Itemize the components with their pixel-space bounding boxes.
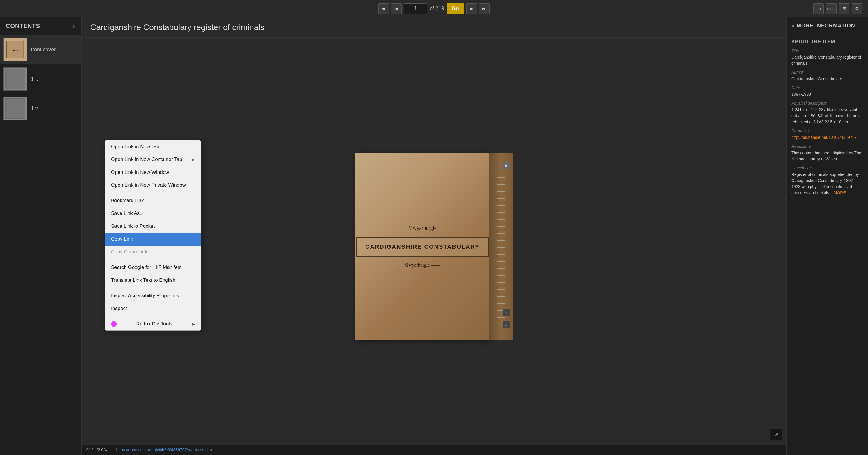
- context-menu: Open Link in New Tab Open Link in New Co…: [105, 140, 201, 331]
- ctx-translate-link[interactable]: Translate Link Text to English: [105, 274, 201, 287]
- thumb-1r: [3, 67, 27, 91]
- ctx-copy-clean-link: Copy Clean Link: [105, 246, 201, 258]
- go-button[interactable]: Go: [446, 3, 464, 14]
- book-main-page: Mwyarburgle CARDIGANSHIRE CONSTABULARY M…: [355, 153, 489, 340]
- nav-last-button[interactable]: ⏭: [479, 3, 490, 14]
- page-title: Cardiganshire Constabulary register of c…: [90, 23, 778, 32]
- book-label-text: CARDIGANSHIRE CONSTABULARY: [365, 244, 479, 250]
- physical-desc-label: Physical description: [792, 101, 863, 106]
- sidebar-collapse-button[interactable]: «: [72, 23, 75, 29]
- status-bar: 0/k/iiif/2.0/4... https://damscolc.org.u…: [82, 445, 786, 455]
- svg-rect-4: [5, 69, 25, 89]
- sidebar-item-1v[interactable]: 1 v.: [0, 94, 81, 123]
- ctx-inspect-accessibility[interactable]: Inspect Accessibility Properties: [105, 289, 201, 302]
- sidebar-item-1r[interactable]: 1 r.: [0, 64, 81, 94]
- book-container: Mwyarburgle CARDIGANSHIRE CONSTABULARY M…: [355, 44, 513, 449]
- title-field-value: Cardiganshire Constabulary register of c…: [792, 54, 863, 66]
- view-single-button[interactable]: ▭: [813, 3, 824, 14]
- spine-ruler: [497, 174, 505, 319]
- sidebar-item-front-cover[interactable]: CARD. front cover: [0, 35, 81, 64]
- ctx-redux-devtools[interactable]: Redux DevTools ▶: [105, 318, 201, 331]
- author-field-value: Cardiganshire Constabulary: [792, 76, 863, 82]
- about-section: ABOUT THE ITEM Title Cardiganshire Const…: [787, 34, 868, 204]
- sidebar: CONTENTS « CARD. front cover: [0, 18, 82, 455]
- right-panel-title: MORE INFORMATION: [797, 23, 855, 29]
- ctx-arrow-redux: ▶: [192, 322, 195, 326]
- right-panel-header: » MORE INFORMATION: [787, 18, 868, 34]
- status-url-full: https://damscolc.org.uk/iiif/2.0/4389767…: [116, 448, 212, 452]
- main-content: Cardiganshire Constabulary register of c…: [82, 18, 786, 455]
- date-field-value: 1897-1933: [792, 91, 863, 97]
- view-grid-button[interactable]: ⊞: [839, 3, 849, 14]
- permalink-label: Permalink: [792, 129, 863, 133]
- status-url-prefix: 0/k/iiif/2.0/4...: [86, 448, 110, 452]
- thumb-label-front-cover: front cover: [31, 47, 56, 53]
- book-label-box: CARDIGANSHIRE CONSTABULARY: [356, 237, 489, 257]
- physical-desc-value: 1 241ff. (ff.116-237 blank; leaves cut o…: [792, 107, 863, 125]
- more-link[interactable]: MORE: [834, 191, 846, 195]
- permalink-value[interactable]: http://hdl.handle.net/10107/4389767: [792, 135, 863, 141]
- thumb-label-1v: 1 v.: [31, 106, 39, 112]
- sidebar-items: CARD. front cover 1 r.: [0, 35, 81, 455]
- right-panel-arrow-icon: »: [792, 23, 794, 29]
- ctx-save-link-as[interactable]: Save Link As...: [105, 207, 201, 220]
- right-panel: » MORE INFORMATION ABOUT THE ITEM Title …: [786, 18, 868, 455]
- thumb-label-1r: 1 r.: [31, 76, 38, 82]
- toolbar-right: ▭ ▭▭ ⊞ ⚙: [813, 3, 862, 14]
- svg-text:CARD.: CARD.: [12, 49, 19, 52]
- repository-value: This content has been digitised by The N…: [792, 150, 863, 162]
- about-section-title: ABOUT THE ITEM: [792, 39, 863, 44]
- title-field-label: Title: [792, 49, 863, 53]
- thumb-1v: [3, 97, 27, 120]
- ctx-separator-4: [105, 316, 201, 316]
- view-double-button[interactable]: ▭▭: [826, 3, 837, 14]
- author-field-label: Author: [792, 70, 863, 75]
- date-field-label: Date: [792, 85, 863, 90]
- ctx-arrow-container: ▶: [192, 157, 195, 162]
- repository-label: Repository: [792, 144, 863, 149]
- page-input[interactable]: 1: [404, 3, 427, 14]
- description-value: Register of criminals apprehended by Car…: [792, 171, 863, 196]
- page-title-bar: Cardiganshire Constabulary register of c…: [82, 18, 786, 38]
- ctx-inspect[interactable]: Inspect: [105, 302, 201, 315]
- redux-devtools-icon: [111, 321, 117, 327]
- nav-controls: ⏮ ◀ 1 of 219 Go ▶ ⏭: [378, 3, 490, 14]
- ctx-open-new-tab[interactable]: Open Link in New Tab: [105, 140, 201, 153]
- book-page-inner: Mwyarburgle CARDIGANSHIRE CONSTABULARY M…: [355, 153, 489, 340]
- ctx-open-container-tab[interactable]: Open Link in New Container Tab ▶: [105, 153, 201, 166]
- ctx-bookmark-link[interactable]: Bookmark Link...: [105, 194, 201, 207]
- ctx-open-new-window[interactable]: Open Link in New Window: [105, 166, 201, 179]
- top-toolbar: ⏮ ◀ 1 of 219 Go ▶ ⏭ ▭ ▭▭ ⊞ ⚙: [0, 0, 868, 18]
- permalink-link[interactable]: http://hdl.handle.net/10107/4389767: [792, 135, 857, 140]
- thumb-front-cover: CARD.: [3, 38, 27, 61]
- ctx-open-private-window[interactable]: Open Link in New Private Window: [105, 179, 201, 192]
- ctx-search-google[interactable]: Search Google for "IIIF Manifest": [105, 261, 201, 274]
- total-pages-label: of 219: [430, 5, 444, 12]
- sidebar-title: CONTENTS: [6, 23, 40, 29]
- nav-first-button[interactable]: ⏮: [378, 3, 389, 14]
- nav-prev-button[interactable]: ◀: [391, 3, 402, 14]
- ctx-copy-link[interactable]: Copy Link: [105, 233, 201, 246]
- sidebar-header: CONTENTS «: [0, 18, 81, 35]
- view-settings-button[interactable]: ⚙: [852, 3, 862, 14]
- svg-rect-6: [5, 98, 25, 118]
- fullscreen-button[interactable]: ⤢: [770, 429, 782, 440]
- book-spine: ▶ ≡ □: [489, 153, 513, 340]
- nav-next-button[interactable]: ▶: [466, 3, 477, 14]
- description-label: Description: [792, 166, 863, 170]
- main-layout: CONTENTS « CARD. front cover: [0, 18, 868, 455]
- ctx-save-pocket[interactable]: Save Link to Pocket: [105, 220, 201, 233]
